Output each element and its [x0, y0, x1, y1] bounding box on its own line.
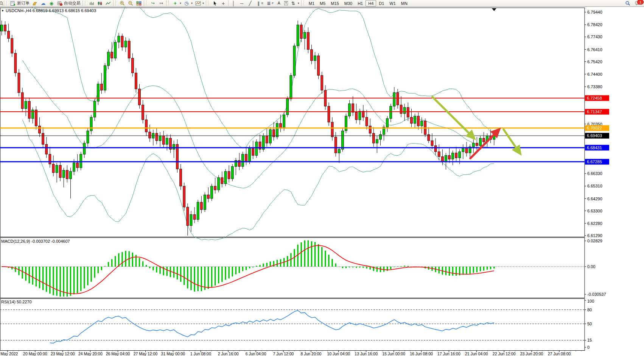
- tab-timeframe-d1[interactable]: D1: [376, 0, 387, 6]
- channel-icon: ∥: [255, 0, 261, 6]
- cursor-tool-button[interactable]: [211, 0, 219, 6]
- tab-timeframe-w1[interactable]: W1: [387, 0, 398, 6]
- templates-caret-icon: ▾: [202, 2, 204, 5]
- svg-text:23 May 12:00: 23 May 12:00: [51, 351, 75, 356]
- price-chart-canvas[interactable]: 6.794406.784206.774306.764106.754206.744…: [0, 7, 644, 356]
- svg-text:6.77430: 6.77430: [587, 34, 602, 39]
- svg-text:16 Jun 08:00: 16 Jun 08:00: [410, 351, 433, 356]
- arrows-tool-button[interactable]: ⇅ ▾: [289, 0, 300, 6]
- tab-timeframe-m5[interactable]: M5: [317, 0, 328, 6]
- line-chart-icon: [105, 0, 111, 6]
- autoscroll-button[interactable]: ↪: [149, 0, 157, 6]
- cursor-icon: [212, 0, 218, 6]
- search-icon: [625, 0, 631, 6]
- rsi-label: RSI(14) 50.2270: [1, 300, 32, 304]
- tile-windows-icon: [136, 0, 142, 6]
- svg-text:31 May 00:00: 31 May 00:00: [161, 351, 185, 356]
- trendline-tool-button[interactable]: ╱: [246, 0, 254, 6]
- svg-text:15 Jun 00:00: 15 Jun 00:00: [382, 351, 405, 356]
- tab-timeframe-h4[interactable]: H4: [366, 0, 376, 6]
- svg-text:6 Jun 04:00: 6 Jun 04:00: [246, 351, 266, 356]
- svg-text:6.64290: 6.64290: [587, 197, 602, 201]
- svg-text:17 Jun 16:00: 17 Jun 16:00: [437, 351, 460, 356]
- tab-timeframe-mn[interactable]: MN: [398, 0, 410, 6]
- svg-text:20 May 00:00: 20 May 00:00: [23, 351, 47, 356]
- svg-text:6.66330: 6.66330: [587, 171, 602, 176]
- fibonacci-tool-button[interactable]: ≣ F: [264, 0, 275, 6]
- time-axis: 8 May 202220 May 00:0023 May 12:0024 May…: [0, 350, 581, 356]
- svg-text:15: 15: [587, 338, 592, 342]
- symbol-header: ▼ USDCNH-,H4 6.68819 6.69913 6.68615 6.6…: [1, 8, 96, 13]
- channel-tool-button[interactable]: ∥ E: [254, 0, 264, 6]
- bar-chart-icon: [89, 0, 95, 6]
- news-button[interactable]: ◉: [47, 0, 56, 6]
- search-button[interactable]: [624, 0, 632, 6]
- chart-profiles-icon: [32, 0, 38, 6]
- autotrading-button[interactable]: 自动交易: [56, 0, 82, 6]
- svg-text:6.74400: 6.74400: [587, 72, 602, 77]
- svg-text:6.73380: 6.73380: [587, 84, 602, 89]
- chart-background: [0, 7, 644, 356]
- tab-timeframe-m30[interactable]: M30: [342, 0, 355, 6]
- add-indicator-icon: +: [172, 0, 178, 6]
- bar-chart-button[interactable]: [87, 0, 96, 6]
- label-tool-button[interactable]: T: [283, 0, 289, 6]
- svg-text:21 Jun 04:00: 21 Jun 04:00: [465, 351, 488, 356]
- svg-text:80: 80: [587, 308, 592, 312]
- new-order-button[interactable]: 新订单: [9, 0, 31, 6]
- svg-text:6.65310: 6.65310: [587, 184, 602, 188]
- clipped-toolbar-icon: [0, 0, 3, 6]
- zoom-in-button[interactable]: [118, 0, 126, 6]
- svg-text:6.78420: 6.78420: [587, 22, 602, 27]
- zoom-out-button[interactable]: [126, 0, 135, 6]
- svg-text:6.61290: 6.61290: [587, 233, 602, 238]
- periods-button[interactable]: ◷ ▾: [182, 0, 194, 6]
- svg-text:50: 50: [587, 322, 592, 326]
- svg-text:6.70022: 6.70022: [587, 126, 602, 130]
- horizontal-line-tool-button[interactable]: ─: [238, 0, 246, 6]
- chart-profiles-button[interactable]: [31, 0, 39, 6]
- indicators-caret-icon: ▾: [180, 2, 181, 5]
- fibonacci-icon: ≣: [266, 0, 272, 6]
- autoscroll-icon: ↪: [150, 0, 156, 6]
- indicators-button[interactable]: + ▾: [171, 0, 182, 6]
- chart-shift-button[interactable]: ↦: [157, 0, 165, 6]
- history-center-button[interactable]: ☁: [39, 0, 47, 6]
- text-tool-button[interactable]: A: [275, 0, 283, 6]
- crosshair-icon: +: [220, 0, 226, 6]
- candlestick-chart-button[interactable]: [96, 0, 104, 6]
- vertical-line-icon: │: [230, 0, 236, 6]
- symbol-quote-text: USDCNH-,H4 6.68819 6.69913 6.68615 6.694…: [6, 8, 96, 13]
- tab-timeframe-m15[interactable]: M15: [328, 0, 341, 6]
- svg-text:0.00: 0.00: [587, 264, 595, 269]
- new-order-label: 新订单: [17, 0, 30, 6]
- periods-caret-icon: ▾: [191, 2, 193, 5]
- notifications-button[interactable]: 1: [633, 0, 642, 6]
- svg-text:10 Jun 04:00: 10 Jun 04:00: [327, 351, 350, 356]
- chart-shift-icon: ↦: [158, 0, 164, 6]
- svg-text:6.75420: 6.75420: [587, 59, 602, 64]
- svg-text:13 Jun 16:00: 13 Jun 16:00: [355, 351, 378, 356]
- chart-window[interactable]: 6.794406.784206.774306.764106.754206.744…: [0, 7, 644, 356]
- tab-timeframe-h1[interactable]: H1: [355, 0, 366, 6]
- vertical-line-tool-button[interactable]: │: [229, 0, 238, 6]
- svg-text:27 May 12:00: 27 May 12:00: [134, 351, 158, 356]
- svg-text:6.72458: 6.72458: [587, 96, 602, 100]
- trendline-icon: ╱: [247, 0, 253, 6]
- tab-timeframe-m1[interactable]: M1: [306, 0, 317, 6]
- svg-text:6.69403: 6.69403: [587, 133, 602, 138]
- svg-text:6.71347: 6.71347: [587, 109, 602, 114]
- tile-windows-button[interactable]: [135, 0, 143, 6]
- crosshair-tool-button[interactable]: +: [219, 0, 227, 6]
- horizontal-line-icon: ─: [239, 0, 245, 6]
- line-chart-button[interactable]: [104, 0, 112, 6]
- toolbar: 新订单 ☁ ◉ 自动交易: [0, 0, 644, 7]
- text-tool-icon: A: [276, 0, 282, 6]
- symbol-collapse-icon[interactable]: ▼: [1, 9, 4, 12]
- label-tool-icon: T: [284, 1, 288, 5]
- zoom-in-icon: [119, 0, 125, 6]
- templates-button[interactable]: ▾: [194, 0, 205, 6]
- svg-text:26 May 04:00: 26 May 04:00: [106, 351, 130, 356]
- zoom-out-icon: [128, 0, 134, 6]
- new-order-icon: [10, 0, 16, 6]
